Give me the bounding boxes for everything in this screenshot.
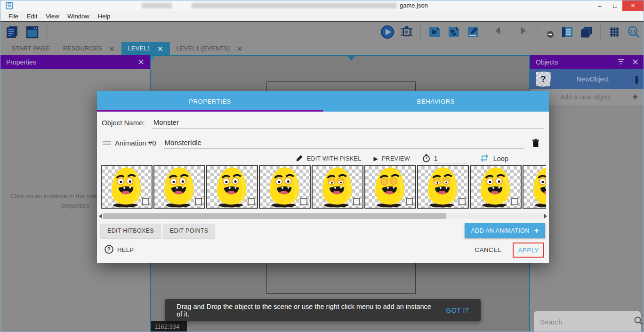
cancel-button[interactable]: CANCEL: [470, 243, 506, 256]
edit-with-piskel-button[interactable]: EDIT WITH PISKEL: [296, 154, 362, 163]
animation-frame-0[interactable]: [101, 165, 153, 209]
tab-close-icon[interactable]: ✕: [157, 45, 163, 52]
object-thumbnail: ?: [536, 72, 551, 87]
title-bar: G game.json – ✕: [0, 0, 644, 11]
drag-handle-icon[interactable]: [103, 140, 111, 146]
layers-icon[interactable]: [580, 25, 594, 39]
animation-frame-3[interactable]: [259, 165, 311, 209]
editor-tab-bar: START PAGERESOURCES✕LEVEL1✕LEVEL1 (EVENT…: [0, 42, 644, 55]
menu-window[interactable]: Window: [63, 11, 93, 21]
animation-frame-1[interactable]: [153, 165, 205, 209]
canvas-top-marker-icon: [347, 56, 355, 61]
zoom-1-1-icon[interactable]: 1:1: [627, 25, 641, 39]
filter-icon[interactable]: [617, 58, 625, 66]
got-it-button[interactable]: GOT IT: [446, 307, 469, 314]
close-icon[interactable]: ✕: [137, 57, 145, 67]
redo-icon[interactable]: [513, 25, 527, 39]
search-input[interactable]: [540, 318, 634, 326]
objects-panel-title: Objects: [536, 58, 558, 66]
maximize-button[interactable]: [607, 0, 622, 11]
animation-name-input[interactable]: [164, 137, 523, 149]
tab-level1-events-[interactable]: LEVEL1 (EVENTS)✕: [170, 42, 250, 55]
tab-resources[interactable]: RESOURCES✕: [56, 42, 121, 55]
scrollbar-thumb[interactable]: [103, 213, 446, 219]
play-icon[interactable]: [380, 25, 394, 39]
mask-icon[interactable]: [541, 25, 555, 39]
object-groups-icon[interactable]: [447, 25, 461, 39]
delete-animation-button[interactable]: [532, 138, 539, 147]
tab-close-icon[interactable]: ✕: [237, 45, 243, 52]
plus-icon: +: [534, 228, 539, 233]
animation-frame-5[interactable]: [364, 165, 416, 209]
minimize-button[interactable]: –: [592, 0, 607, 11]
grid-icon[interactable]: [607, 25, 621, 39]
tab-level1[interactable]: LEVEL1✕: [121, 42, 170, 55]
animation-frame-4[interactable]: [312, 165, 363, 209]
menu-bar: FileEditViewWindowHelp: [0, 11, 644, 21]
preview-button[interactable]: ▶ PREVIEW: [373, 155, 410, 162]
cursor-coordinates: 1162;334: [151, 321, 187, 332]
tab-properties[interactable]: PROPERTIES: [97, 91, 323, 112]
edit-points-button[interactable]: EDIT POINTS: [163, 224, 215, 238]
tab-start-page[interactable]: START PAGE: [5, 42, 56, 55]
menu-help[interactable]: Help: [94, 11, 115, 21]
start-page-icon[interactable]: [25, 25, 39, 39]
animation-frame-8[interactable]: [523, 165, 546, 209]
help-circle-icon: ?: [105, 245, 113, 255]
objects-panel-header: Objects ✕: [530, 55, 644, 69]
scene-properties-icon[interactable]: [466, 25, 480, 39]
svg-text:?: ?: [107, 246, 111, 252]
object-name-label: NewObject: [551, 75, 635, 83]
application-window: G game.json – ✕ FileEditViewWindowHelp 1…: [0, 0, 644, 332]
frame-checkbox[interactable]: [511, 198, 518, 205]
scroll-left-icon[interactable]: [99, 214, 102, 219]
tab-behaviors[interactable]: BEHAVIORS: [323, 91, 549, 112]
loop-icon: [479, 154, 490, 164]
project-manager-icon[interactable]: [5, 25, 19, 39]
apply-highlight-box: APPLY: [513, 243, 544, 258]
close-icon[interactable]: ✕: [632, 57, 639, 67]
instances-list-icon[interactable]: [560, 25, 574, 39]
menu-view[interactable]: View: [41, 11, 63, 21]
objects-editor-icon[interactable]: [427, 25, 442, 39]
loop-toggle[interactable]: Loop: [479, 154, 508, 164]
tab-label: LEVEL1 (EVENTS): [177, 45, 230, 52]
frames-scrollbar: [99, 213, 547, 219]
object-list-item[interactable]: ? NewObject ●●●: [530, 69, 644, 89]
edit-hitboxes-button[interactable]: EDIT HITBOXES: [101, 224, 161, 238]
debug-icon[interactable]: [400, 25, 414, 39]
frame-checkbox[interactable]: [300, 198, 307, 205]
tab-close-icon[interactable]: ✕: [109, 45, 115, 52]
object-editor-dialog: PROPERTIES BEHAVIORS Object Name: Animat…: [97, 91, 549, 263]
time-input[interactable]: [434, 154, 467, 163]
scrollbar-track[interactable]: [103, 213, 543, 219]
frame-checkbox[interactable]: [195, 198, 202, 205]
search-icon: [634, 316, 643, 327]
animation-frame-6[interactable]: [417, 165, 469, 209]
frame-checkbox[interactable]: [248, 198, 255, 205]
add-animation-button[interactable]: ADD AN ANIMATION +: [465, 223, 545, 238]
frame-checkbox[interactable]: [459, 198, 466, 205]
menu-file[interactable]: File: [4, 11, 23, 21]
canvas-corner-handle: [150, 55, 154, 59]
undo-icon[interactable]: [494, 25, 508, 39]
animation-frame-7[interactable]: [470, 165, 522, 209]
snackbar-message: Drag and Drop the object to the scene or…: [177, 303, 438, 318]
animation-frame-2[interactable]: [206, 165, 258, 209]
scroll-right-icon[interactable]: [544, 214, 547, 219]
close-button[interactable]: ✕: [622, 0, 644, 11]
toolbar-separator: [46, 25, 47, 39]
object-name-input[interactable]: [153, 116, 544, 129]
kebab-menu-icon[interactable]: ●●●: [635, 76, 639, 83]
help-button[interactable]: ? HELP: [105, 245, 134, 255]
animation-index-label: Animation #0: [115, 139, 156, 147]
menu-edit[interactable]: Edit: [23, 11, 41, 21]
properties-panel-header: Properties ✕: [0, 55, 150, 69]
apply-button[interactable]: APPLY: [518, 247, 539, 254]
stopwatch-icon: [422, 154, 430, 164]
frame-checkbox[interactable]: [353, 198, 360, 205]
frame-checkbox[interactable]: [406, 198, 413, 205]
object-name-label: Object Name:: [102, 119, 145, 127]
toolbar-separator: [420, 25, 421, 39]
frame-checkbox[interactable]: [142, 198, 149, 205]
